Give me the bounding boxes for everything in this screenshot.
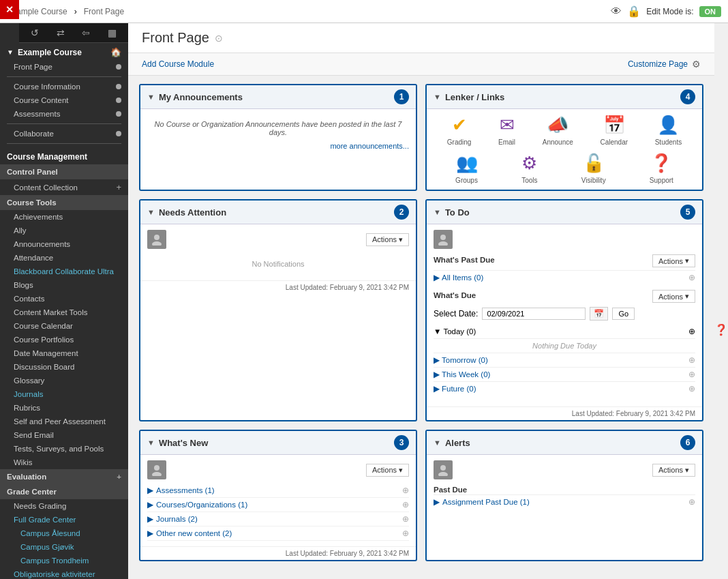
sidebar-item-collaborate[interactable]: Collaborate	[0, 127, 128, 140]
sidebar-item-course-info[interactable]: Course Information	[0, 80, 128, 93]
sidebar-grade-center[interactable]: Grade Center	[0, 484, 128, 499]
lock-icon[interactable]: 🔒	[627, 5, 641, 18]
this-week-expand[interactable]: ⊕	[688, 370, 695, 379]
link-tools[interactable]: ⚙ Tools	[521, 153, 537, 184]
link-visibility[interactable]: 🔓 Visibility	[581, 153, 606, 184]
sidebar-item-contacts[interactable]: Contacts	[0, 292, 128, 306]
other-link[interactable]: ▶ Other new content (2)	[147, 529, 232, 538]
eye-icon[interactable]: 👁	[611, 5, 622, 18]
link-students[interactable]: 👤 Students	[655, 115, 682, 146]
support-label: Support	[650, 177, 673, 184]
sidebar-item-wikis[interactable]: Wikis	[0, 456, 128, 469]
nothing-due-text: Nothing Due Today	[434, 339, 695, 353]
breadcrumb-page[interactable]: Front Page	[84, 7, 124, 16]
date-management-label: Date Management	[14, 349, 78, 357]
assignment-past-due-expand[interactable]: ⊕	[688, 497, 695, 507]
sidebar-item-full-grade[interactable]: Full Grade Center	[0, 513, 128, 526]
sidebar-item-date-management[interactable]: Date Management	[0, 346, 128, 360]
sidebar-icon-arrows[interactable]: ⇄	[57, 27, 65, 38]
tomorrow-expand[interactable]: ⊕	[688, 355, 695, 365]
sidebar-icon-refresh[interactable]: ↺	[31, 27, 39, 38]
link-email[interactable]: ✉ Email	[498, 115, 515, 146]
sidebar-item-achievements[interactable]: Achievements	[0, 210, 128, 224]
sidebar-item-announcements[interactable]: Announcements	[0, 237, 128, 251]
sidebar-icon-back[interactable]: ⇦	[82, 27, 90, 38]
settings-icon[interactable]: ⚙	[692, 59, 701, 70]
page-settings-icon[interactable]: ⊙	[215, 33, 223, 44]
sidebar-item-send-email[interactable]: Send Email	[0, 428, 128, 442]
future-link[interactable]: ▶ Future (0)	[434, 384, 476, 394]
full-grade-label: Full Grade Center	[14, 516, 76, 524]
go-button[interactable]: Go	[612, 308, 635, 320]
future-expand[interactable]: ⊕	[688, 384, 695, 394]
calendar-button[interactable]: 📅	[590, 307, 608, 321]
sidebar-plus-icon[interactable]: +	[116, 182, 121, 192]
link-support[interactable]: ❓ Support	[650, 153, 673, 184]
add-module-button[interactable]: Add Course Module	[142, 59, 214, 69]
edit-mode-toggle[interactable]: ON	[699, 6, 722, 17]
sidebar-item-self-peer[interactable]: Self and Peer Assessment	[0, 415, 128, 428]
tomorrow-link[interactable]: ▶ Tomorrow (0)	[434, 355, 488, 365]
home-icon[interactable]: 🏠	[110, 47, 121, 57]
whats-due-actions-button[interactable]: Actions ▾	[652, 290, 695, 303]
today-link[interactable]: ▼ Today (0)	[434, 327, 476, 336]
sidebar-grade-center-label: Grade Center	[7, 488, 57, 496]
past-due-actions-button[interactable]: Actions ▾	[652, 254, 695, 267]
journals-link[interactable]: ▶ Journals (2)	[147, 514, 198, 524]
more-announcements-link[interactable]: more announcements...	[147, 142, 409, 150]
this-week-link[interactable]: ▶ This Week (0)	[434, 370, 490, 379]
all-items-link[interactable]: ▶ All Items (0)	[434, 273, 483, 282]
sidebar-item-obligatoriske[interactable]: Obligatoriske aktiviteter	[0, 567, 128, 579]
all-items-expand[interactable]: ⊕	[688, 273, 695, 282]
sidebar-item-bb-collaborate[interactable]: Blackboard Collaborate Ultra	[0, 265, 128, 278]
sidebar-item-campus-trondheim[interactable]: Campus Trondheim	[0, 554, 128, 567]
sidebar-item-campus-alesund[interactable]: Campus Ålesund	[0, 526, 128, 540]
sidebar-item-glossary[interactable]: Glossary	[0, 374, 128, 387]
link-calendar[interactable]: 📅 Calendar	[600, 115, 628, 146]
sidebar-collapse-arrow[interactable]: ▼	[7, 48, 14, 56]
sidebar-item-course-portfolios[interactable]: Course Portfolios	[0, 333, 128, 346]
sidebar-evaluation[interactable]: Evaluation +	[0, 469, 128, 484]
sidebar-item-ally[interactable]: Ally	[0, 224, 128, 237]
needs-attention-actions-button[interactable]: Actions ▾	[366, 233, 409, 246]
link-groups[interactable]: 👥 Groups	[455, 153, 478, 184]
close-button[interactable]: ✕	[0, 0, 19, 19]
sidebar-item-rubrics[interactable]: Rubrics	[0, 401, 128, 415]
alerts-actions-label: Actions	[658, 466, 683, 474]
needs-attention-arrow: ▼	[147, 208, 155, 216]
alerts-actions-button[interactable]: Actions ▾	[652, 464, 695, 477]
sidebar-course-tools[interactable]: Course Tools	[0, 195, 128, 210]
sidebar-item-assessments[interactable]: Assessments	[0, 107, 128, 121]
sidebar-item-front-page[interactable]: Front Page	[0, 60, 128, 74]
sidebar-item-discussion-board[interactable]: Discussion Board	[0, 360, 128, 374]
needs-attention-dropdown-icon: ▾	[399, 235, 403, 244]
assignment-past-due-link[interactable]: ▶ Assignment Past Due (1)	[434, 497, 530, 507]
sidebar-item-content-market[interactable]: Content Market Tools	[0, 306, 128, 319]
sidebar-item-blogs[interactable]: Blogs	[0, 278, 128, 292]
link-grading[interactable]: ✔ Grading	[447, 115, 472, 146]
sidebar-icon-list[interactable]: ▦	[108, 27, 117, 38]
today-expand[interactable]: ⊕	[688, 327, 695, 336]
assessments-expand-arrow: ▶	[147, 486, 153, 495]
sidebar-item-needs-grading[interactable]: Needs Grading	[0, 499, 128, 513]
courses-link[interactable]: ▶ Courses/Organizations (1)	[147, 500, 247, 509]
sidebar-item-campus-gjovik[interactable]: Campus Gjøvik	[0, 540, 128, 554]
sidebar-item-attendance[interactable]: Attendance	[0, 251, 128, 265]
customize-button[interactable]: Customize Page	[628, 59, 688, 69]
glossary-label: Glossary	[14, 376, 44, 385]
whats-due-actions-label: Actions	[658, 293, 683, 301]
sidebar-item-course-calendar[interactable]: Course Calendar	[0, 319, 128, 333]
link-announce[interactable]: 📣 Announce	[543, 115, 573, 146]
help-icon[interactable]: ❓	[714, 323, 728, 336]
whats-new-item-assessments: ▶ Assessments (1) ⊕	[147, 484, 409, 498]
sidebar-eval-plus[interactable]: +	[117, 473, 121, 481]
sidebar-control-panel[interactable]: Control Panel	[0, 164, 128, 179]
date-input[interactable]	[482, 308, 586, 320]
sidebar-item-tests[interactable]: Tests, Surveys, and Pools	[0, 442, 128, 456]
sidebar-item-journals[interactable]: Journals	[0, 387, 128, 401]
sidebar-item-course-content[interactable]: Course Content	[0, 93, 128, 107]
assessments-link[interactable]: ▶ Assessments (1)	[147, 486, 215, 495]
sidebar-item-content-collection[interactable]: Content Collection +	[0, 179, 128, 195]
announcements-text: No Course or Organization Announcements …	[147, 115, 409, 142]
whats-new-actions-button[interactable]: Actions ▾	[366, 464, 409, 477]
